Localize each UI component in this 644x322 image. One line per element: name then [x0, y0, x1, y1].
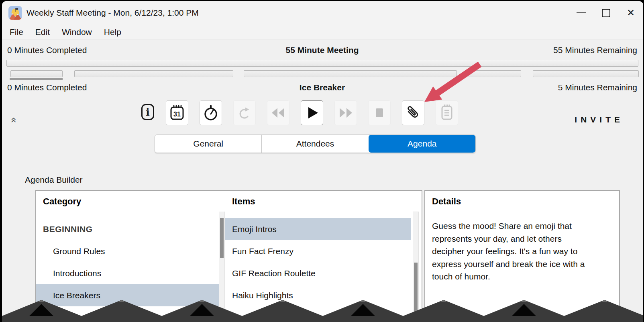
overall-remaining-label: 55 Minutes Remaining [553, 45, 637, 55]
agenda-builder-label: Agenda Builder [25, 175, 83, 185]
item-row-gif-reaction-roulette[interactable]: GIF Reaction Roulette [225, 262, 411, 284]
category-scrollbar-thumb[interactable] [220, 218, 224, 258]
partial-text-fragment: gniti [103, 313, 119, 322]
items-column-header: Items [225, 191, 422, 207]
category-column-header: Category [36, 191, 225, 207]
menu-item-help[interactable]: Help [98, 27, 127, 37]
category-column: Category BEGINNINGGround RulesIntroducti… [36, 191, 225, 322]
menu-bar: FileEditWindowHelp [2, 24, 643, 40]
invite-button[interactable]: INVITE [575, 115, 624, 124]
details-column-header: Details [425, 191, 619, 207]
calendar-button[interactable]: 31 [166, 100, 188, 125]
menu-item-edit[interactable]: Edit [29, 27, 56, 37]
fast-forward-icon [338, 104, 354, 122]
overall-completed-label: 0 Minutes Completed [7, 45, 87, 55]
category-row-ice-breakers[interactable]: Ice Breakers [36, 284, 219, 306]
segment-bar-3 [465, 70, 521, 77]
app-window: Weekly Staff Meeting - Mon, 6/12/23, 1:0… [2, 1, 643, 322]
close-icon: ✕ [627, 8, 635, 18]
current-completed-label: 0 Minutes Completed [7, 83, 87, 92]
category-scrollbar[interactable] [219, 212, 225, 322]
items-list: Emoji IntrosFun Fact FrenzyGIF Reaction … [225, 218, 411, 322]
reset-button[interactable] [233, 100, 256, 125]
items-column: Items Emoji IntrosFun Fact FrenzyGIF Rea… [225, 191, 422, 322]
app-icon [8, 6, 22, 20]
title-bar: Weekly Staff Meeting - Mon, 6/12/23, 1:0… [2, 1, 643, 24]
items-scrollbar[interactable] [413, 212, 419, 322]
timer-icon [203, 104, 219, 122]
segment-bar-2 [244, 70, 457, 77]
calendar-day-text: 31 [173, 111, 181, 118]
stop-icon [371, 104, 387, 122]
current-remaining-label: 5 Minutes Remaining [558, 83, 637, 92]
category-row-partial[interactable]: gniti [36, 306, 219, 322]
timer-button[interactable] [200, 100, 222, 125]
stop-button[interactable] [368, 100, 391, 125]
current-segment-indicator [10, 78, 63, 80]
notes-icon [439, 104, 455, 122]
window-title: Weekly Staff Meeting - Mon, 6/12/23, 1:0… [26, 8, 199, 18]
segment-bar-4 [533, 70, 639, 77]
partial-text-fragment: tion [308, 313, 322, 322]
items-scrollbar-thumb[interactable] [414, 263, 418, 318]
item-row-fun-fact-frenzy[interactable]: Fun Fact Frenzy [225, 240, 411, 262]
calendar-icon: 31 [169, 104, 185, 122]
close-button[interactable]: ✕ [618, 1, 643, 24]
category-row-ground-rules[interactable]: Ground Rules [36, 240, 219, 262]
tab-attendees[interactable]: Attendees [261, 135, 368, 153]
segment-bar-0 [10, 70, 63, 77]
fast-forward-button[interactable] [334, 100, 357, 125]
partial-text-fragment: Inv [231, 313, 242, 322]
category-row-beginning[interactable]: BEGINNING [36, 218, 219, 240]
maximize-icon [602, 9, 610, 17]
toolbar: 31 [166, 100, 458, 125]
menu-item-window[interactable]: Window [56, 27, 98, 37]
attach-button[interactable] [402, 100, 424, 125]
agenda-lists-panel: Category BEGINNINGGround RulesIntroducti… [35, 190, 422, 322]
paperclip-icon [405, 104, 422, 122]
item-row-partial[interactable]: Invtion [225, 306, 411, 322]
meeting-length-label: 55 Minute Meeting [285, 45, 359, 55]
category-list: BEGINNINGGround RulesIntroductionsIce Br… [36, 218, 219, 322]
current-item-labels: 0 Minutes Completed Ice Breaker 5 Minute… [7, 83, 637, 94]
segment-bars [2, 70, 643, 81]
notes-button[interactable] [436, 100, 458, 125]
tab-general[interactable]: General [155, 135, 261, 153]
reset-icon [236, 104, 253, 122]
tab-agenda[interactable]: Agenda [369, 135, 475, 153]
play-button[interactable] [301, 100, 323, 125]
menu-item-file[interactable]: File [4, 27, 29, 37]
tab-bar: GeneralAttendeesAgenda [155, 135, 476, 153]
info-icon[interactable]: i [141, 104, 154, 120]
details-text: Guess the mood! Share an emoji that repr… [432, 220, 596, 283]
minimize-icon [577, 12, 586, 13]
window-controls: ✕ [569, 1, 643, 24]
rewind-icon [270, 104, 286, 122]
minimize-button[interactable] [569, 1, 593, 24]
current-item-label: Ice Breaker [300, 83, 345, 92]
segment-bar-1 [74, 70, 233, 77]
category-row-introductions[interactable]: Introductions [36, 262, 219, 284]
details-panel: Details Guess the mood! Share an emoji t… [424, 190, 620, 322]
item-row-haiku-highlights[interactable]: Haiku Highlights [225, 284, 411, 306]
play-icon [304, 104, 320, 122]
item-row-emoji-intros[interactable]: Emoji Intros [225, 218, 411, 240]
rewind-button[interactable] [267, 100, 289, 125]
overall-progress-bar [6, 60, 638, 67]
maximize-button[interactable] [593, 1, 618, 24]
overall-progress-labels: 0 Minutes Completed 55 Minute Meeting 55… [7, 45, 637, 57]
collapse-button[interactable]: « [9, 115, 19, 125]
